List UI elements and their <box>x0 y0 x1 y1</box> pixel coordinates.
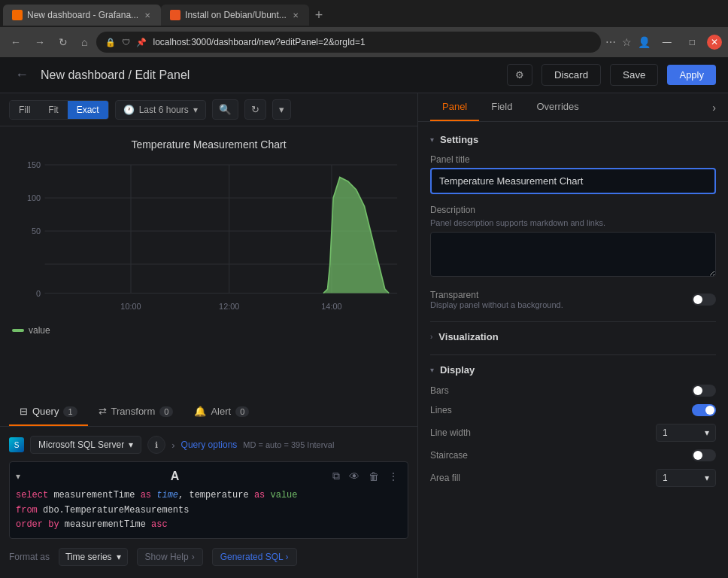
refresh-button[interactable]: ↻ <box>54 33 72 51</box>
more-button[interactable]: ▾ <box>272 99 291 120</box>
transparent-row: Transparent Display panel without a back… <box>430 290 716 309</box>
visualization-section-title: Visualization <box>438 331 498 342</box>
fill-button[interactable]: Fill <box>10 101 39 119</box>
staircase-toggle[interactable] <box>692 449 716 461</box>
panel-tabs-more[interactable]: › <box>712 93 716 121</box>
address-bar-container[interactable]: 🔒 🛡 📌 <box>96 32 600 53</box>
transparent-label: Transparent <box>430 290 563 300</box>
copy-query-button[interactable]: ⧉ <box>329 468 343 484</box>
browser-chrome: New dashboard - Grafana... ✕ Install on … <box>0 0 728 57</box>
line-width-value: 1 <box>663 427 668 438</box>
staircase-label: Staircase <box>430 450 468 461</box>
area-fill-select[interactable]: 1 ▾ <box>656 469 716 487</box>
panel-title-field: Panel title <box>430 154 716 194</box>
chevron-right-icon: › <box>171 440 174 451</box>
panel-title-input[interactable] <box>430 168 716 194</box>
legend-dot <box>12 329 24 332</box>
transform-badge: 0 <box>159 406 173 417</box>
query-tab-label: Query <box>32 406 59 417</box>
svg-text:10:00: 10:00 <box>120 302 141 311</box>
zoom-button[interactable]: 🔍 <box>212 99 238 120</box>
visualization-section-header[interactable]: › Visualization <box>430 331 716 342</box>
new-tab-button[interactable]: + <box>309 8 329 23</box>
show-help-button[interactable]: Show Help › <box>137 548 203 566</box>
delete-query-button[interactable]: 🗑 <box>366 468 382 484</box>
query-collapse-button[interactable]: ▾ <box>16 471 20 482</box>
apply-button[interactable]: Apply <box>667 65 716 85</box>
datasource-info-button[interactable]: ℹ <box>147 436 165 454</box>
page-title: New dashboard / Edit Panel <box>41 68 190 82</box>
tab-panel[interactable]: Panel <box>430 93 479 121</box>
query-meta: MD = auto = 395 Interval <box>243 440 334 449</box>
display-section-header[interactable]: ▾ Display <box>430 364 716 376</box>
right-panel: Panel Field Overrides › ▾ Settings Panel… <box>418 93 728 578</box>
lines-row: Lines <box>430 404 716 416</box>
tab-overrides[interactable]: Overrides <box>524 93 590 121</box>
tab-field[interactable]: Field <box>479 93 524 121</box>
maximize-button[interactable]: □ <box>684 34 701 50</box>
datasource-icon: S <box>9 437 24 452</box>
display-section-title: Display <box>440 364 475 376</box>
chart-legend: value <box>12 322 405 339</box>
area-fill-row: Area fill 1 ▾ <box>430 469 716 487</box>
more-options-button[interactable]: ⋮ <box>385 468 402 484</box>
tab-query[interactable]: ⊟ Query 1 <box>9 398 88 426</box>
chart-title: Temperature Measurement Chart <box>12 138 405 151</box>
format-value: Time series <box>65 552 112 562</box>
address-input[interactable] <box>153 37 591 47</box>
bars-toggle[interactable] <box>692 385 716 397</box>
back-button[interactable]: ← <box>12 64 32 86</box>
save-button[interactable]: Save <box>610 64 658 86</box>
chart-svg: 150 100 50 0 10:00 12:00 14:00 <box>12 157 405 322</box>
back-button[interactable]: ← <box>6 33 26 51</box>
transparent-toggle[interactable] <box>692 294 716 306</box>
ubuntu-favicon <box>170 10 180 20</box>
fit-button[interactable]: Fit <box>39 101 67 119</box>
db-icon: ⊟ <box>20 406 28 417</box>
svg-text:150: 150 <box>27 160 41 169</box>
format-as-label: Format as <box>9 552 50 562</box>
tab-ubuntu-close[interactable]: ✕ <box>291 10 300 21</box>
description-label: Description <box>430 205 716 215</box>
tab-ubuntu[interactable]: Install on Debian/Ubunt... ✕ <box>161 5 309 26</box>
discard-button[interactable]: Discard <box>541 64 601 86</box>
line-width-select[interactable]: 1 ▾ <box>656 424 716 442</box>
close-button[interactable]: ✕ <box>707 35 722 50</box>
minimize-button[interactable]: — <box>657 34 678 50</box>
sql-line-2: from dbo.TemperatureMeasurements <box>16 503 402 518</box>
tab-grafana-close[interactable]: ✕ <box>143 10 152 21</box>
settings-section-header[interactable]: ▾ Settings <box>430 134 716 145</box>
toggle-visibility-button[interactable]: 👁 <box>346 468 362 484</box>
lines-toggle[interactable] <box>692 404 716 416</box>
tab-transform[interactable]: ⇄ Transform 0 <box>88 398 184 426</box>
alert-icon: 🔔 <box>194 406 206 417</box>
viz-collapse-icon: › <box>430 333 432 341</box>
sql-editor[interactable]: select measurementTime as time, temperat… <box>16 488 402 532</box>
chart-toolbar: Fill Fit Exact 🕐 Last 6 hours ▾ 🔍 ↻ ▾ <box>0 93 417 126</box>
query-tabs: ⊟ Query 1 ⇄ Transform 0 🔔 Alert 0 <box>0 398 417 427</box>
clock-icon: 🕐 <box>123 105 135 115</box>
home-button[interactable]: ⌂ <box>77 33 92 51</box>
settings-button[interactable]: ⚙ <box>507 64 532 86</box>
chart-area: 150 100 50 0 10:00 12:00 14:00 <box>12 157 405 322</box>
lock-icon: 🔒 <box>105 38 116 47</box>
browser-controls: ← → ↻ ⌂ 🔒 🛡 📌 ⋯ ☆ 👤 — □ ✕ <box>0 27 728 57</box>
tab-alert[interactable]: 🔔 Alert 0 <box>184 398 259 426</box>
forward-button[interactable]: → <box>30 33 50 51</box>
tab-grafana[interactable]: New dashboard - Grafana... ✕ <box>3 5 161 26</box>
chart-container: Temperature Measurement Chart 150 100 50… <box>0 126 417 398</box>
query-badge: 1 <box>63 406 77 417</box>
time-range-button[interactable]: 🕐 Last 6 hours ▾ <box>115 100 206 120</box>
exact-button[interactable]: Exact <box>68 101 108 119</box>
format-select[interactable]: Time series ▾ <box>59 548 128 566</box>
description-textarea[interactable] <box>430 232 716 277</box>
bookmark-icon[interactable]: ☆ <box>622 36 632 48</box>
generated-sql-button[interactable]: Generated SQL › <box>212 548 297 566</box>
grafana-favicon <box>12 10 23 20</box>
refresh-button[interactable]: ↻ <box>244 99 266 120</box>
line-width-label: Line width <box>430 427 471 438</box>
query-options-button[interactable]: Query options <box>181 440 238 450</box>
extensions-icon[interactable]: ⋯ <box>605 36 616 48</box>
profile-icon[interactable]: 👤 <box>638 36 651 48</box>
datasource-select[interactable]: Microsoft SQL Server ▾ <box>30 436 141 454</box>
